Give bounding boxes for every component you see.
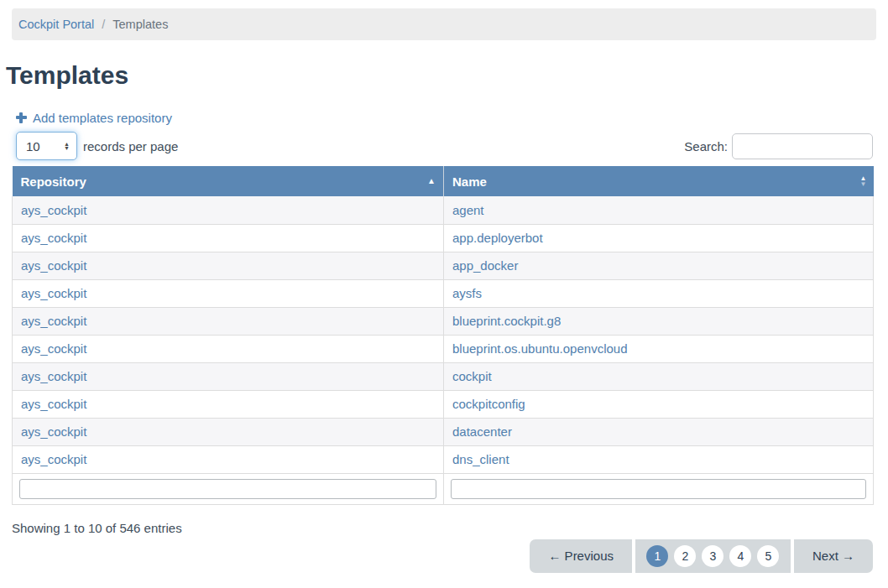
name-link[interactable]: blueprint.cockpit.g8 [452, 314, 561, 328]
name-cell: blueprint.os.ubuntu.openvcloud [444, 335, 874, 362]
name-cell: app.deployerbot [444, 224, 874, 252]
name-link[interactable]: aysfs [452, 286, 482, 300]
search-label: Search: [684, 139, 728, 154]
name-cell: aysfs [444, 279, 874, 307]
previous-page-button[interactable]: ← Previous [530, 539, 632, 573]
search-input[interactable] [732, 133, 873, 159]
search-group: Search: [684, 133, 873, 159]
page-button-3[interactable]: 3 [702, 545, 723, 567]
page-button-1[interactable]: 1 [646, 545, 668, 567]
sort-ascending-icon: ▲ [427, 177, 436, 185]
name-link[interactable]: blueprint.os.ubuntu.openvcloud [452, 341, 628, 356]
repository-link[interactable]: ays_cockpit [21, 452, 86, 466]
repository-link[interactable]: ays_cockpit [21, 258, 86, 273]
table-info-text: Showing 1 to 10 of 546 entries [12, 521, 888, 535]
table-row: ays_cockpitaysfs [13, 279, 874, 307]
table-controls: 10 ▲ ▼ records per page Search: [12, 132, 873, 160]
page-button-2[interactable]: 2 [674, 545, 696, 567]
repository-cell: ays_cockpit [13, 196, 444, 224]
add-templates-repository-label: Add templates repository [33, 111, 172, 125]
sort-unsorted-icon: ▲ ▼ [860, 175, 867, 187]
name-link[interactable]: app_docker [452, 258, 518, 273]
repository-link[interactable]: ays_cockpit [21, 424, 86, 439]
name-cell: cockpit [444, 362, 874, 390]
add-templates-repository-link[interactable]: Add templates repository [16, 111, 172, 125]
select-spinner-down-icon: ▼ [64, 146, 70, 151]
name-filter-input[interactable] [451, 479, 866, 499]
name-cell: cockpitconfig [444, 390, 874, 418]
table-row: ays_cockpitapp.deployerbot [13, 224, 874, 252]
breadcrumb-separator: / [102, 18, 105, 31]
repository-cell: ays_cockpit [13, 224, 444, 252]
breadcrumb-current: Templates [112, 18, 168, 31]
add-row: Add templates repository [16, 111, 888, 126]
plus-icon [16, 112, 27, 123]
repository-link[interactable]: ays_cockpit [21, 286, 86, 300]
name-link[interactable]: cockpit [452, 369, 492, 383]
name-link[interactable]: agent [452, 203, 484, 217]
records-per-page-group: 10 ▲ ▼ records per page [16, 132, 178, 160]
name-cell: blueprint.cockpit.g8 [444, 307, 874, 335]
sort-down-icon: ▼ [860, 181, 867, 187]
page-number-group: 12345 [635, 539, 791, 573]
breadcrumb: Cockpit Portal / Templates [12, 8, 876, 40]
table-row: ays_cockpitdns_client [13, 445, 874, 473]
repository-link[interactable]: ays_cockpit [21, 397, 86, 411]
records-per-page-label: records per page [83, 139, 178, 154]
column-header-repository[interactable]: Repository ▲ [13, 166, 444, 196]
table-row: ays_cockpitblueprint.cockpit.g8 [13, 307, 874, 335]
name-link[interactable]: cockpitconfig [452, 397, 525, 411]
pagination: ← Previous 12345 Next → [0, 539, 873, 573]
name-cell: dns_client [444, 445, 874, 473]
repository-link[interactable]: ays_cockpit [21, 231, 86, 245]
name-cell: datacenter [444, 418, 874, 445]
table-row: ays_cockpitcockpit [13, 362, 874, 390]
table-row: ays_cockpitblueprint.os.ubuntu.openvclou… [13, 335, 874, 362]
repository-cell: ays_cockpit [13, 362, 444, 390]
table-filter-row [13, 473, 874, 504]
column-header-name[interactable]: Name ▲ ▼ [444, 166, 874, 196]
column-header-name-label: Name [452, 174, 487, 189]
name-link[interactable]: dns_client [452, 452, 509, 466]
repository-filter-input[interactable] [19, 479, 436, 499]
table-row: ays_cockpitdatacenter [13, 418, 874, 445]
name-link[interactable]: app.deployerbot [452, 231, 543, 245]
table-row: ays_cockpitagent [13, 196, 874, 224]
table-row: ays_cockpitapp_docker [13, 252, 874, 279]
table-header-row: Repository ▲ Name ▲ ▼ [13, 166, 874, 196]
repository-cell: ays_cockpit [13, 279, 444, 307]
repository-link[interactable]: ays_cockpit [21, 314, 86, 328]
column-header-repository-label: Repository [21, 174, 86, 189]
name-cell: app_docker [444, 252, 874, 279]
repository-cell: ays_cockpit [13, 418, 444, 445]
repository-link[interactable]: ays_cockpit [21, 369, 86, 383]
repository-cell: ays_cockpit [13, 335, 444, 362]
repository-link[interactable]: ays_cockpit [21, 203, 86, 217]
records-per-page-select[interactable]: 10 ▲ ▼ [16, 132, 77, 160]
repository-link[interactable]: ays_cockpit [21, 341, 86, 356]
table-row: ays_cockpitcockpitconfig [13, 390, 874, 418]
name-link[interactable]: datacenter [452, 424, 512, 439]
page-button-5[interactable]: 5 [757, 545, 779, 567]
records-per-page-selected-value: 10 [26, 139, 40, 154]
repository-cell: ays_cockpit [13, 307, 444, 335]
repository-cell: ays_cockpit [13, 390, 444, 418]
page-title: Templates [6, 61, 888, 89]
name-cell: agent [444, 196, 874, 224]
select-spinner-icon: ▲ ▼ [64, 142, 70, 151]
page-button-4[interactable]: 4 [729, 545, 751, 567]
repository-cell: ays_cockpit [13, 445, 444, 473]
repository-cell: ays_cockpit [13, 252, 444, 279]
templates-table: Repository ▲ Name ▲ ▼ ays_cockpitagentay… [12, 166, 874, 505]
breadcrumb-link-cockpit-portal[interactable]: Cockpit Portal [18, 18, 94, 31]
next-page-button[interactable]: Next → [794, 539, 873, 573]
